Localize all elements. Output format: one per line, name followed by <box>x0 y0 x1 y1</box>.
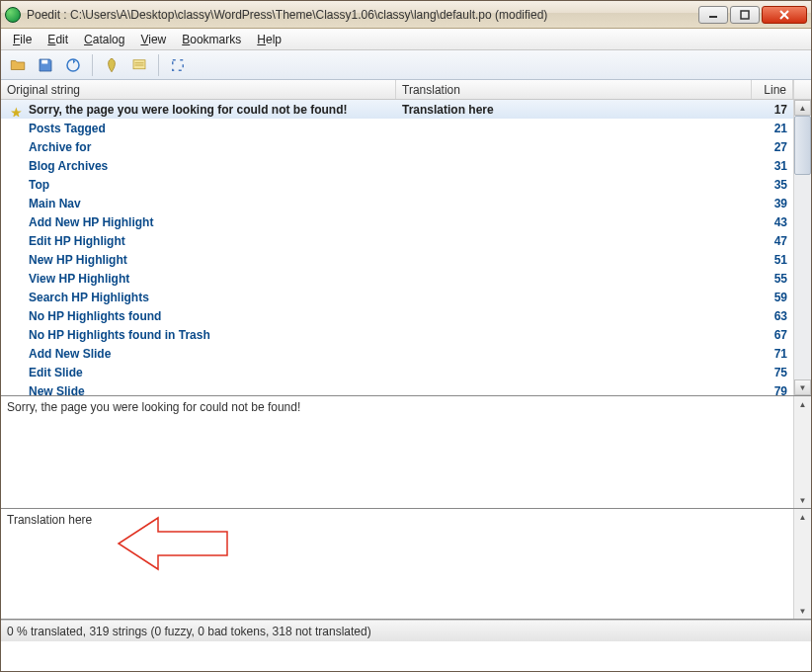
table-row[interactable]: New HP Highlight51 <box>1 250 793 269</box>
cell-line: 47 <box>752 234 793 248</box>
scroll-track[interactable] <box>794 175 811 379</box>
cell-original: Add New HP Highlight <box>1 215 396 229</box>
cell-original: Edit Slide <box>1 366 396 379</box>
translation-pane: ▲ ▼ <box>1 509 811 620</box>
menu-file-label: ile <box>20 33 32 46</box>
toolbar-divider-2 <box>158 54 159 76</box>
menu-edit-label: dit <box>55 33 68 46</box>
list-scrollbar[interactable]: ▲ ▼ <box>793 100 811 395</box>
cell-line: 51 <box>752 253 793 267</box>
poedit-window: Poedit : C:\Users\A\Desktop\classy\WordP… <box>0 0 812 672</box>
table-row[interactable]: ★Sorry, the page you were looking for co… <box>1 100 793 119</box>
table-row[interactable]: Edit HP Highlight47 <box>1 231 793 250</box>
cell-line: 21 <box>752 122 793 135</box>
comment-button[interactable] <box>126 53 152 77</box>
cell-original: Edit HP Highlight <box>1 234 396 248</box>
window-controls <box>696 6 807 24</box>
update-button[interactable] <box>60 53 86 77</box>
cell-line: 17 <box>752 103 793 117</box>
svg-rect-6 <box>133 59 145 68</box>
menu-help[interactable]: Help <box>249 31 289 48</box>
fullscreen-icon <box>169 56 187 74</box>
cell-original: View HP Highlight <box>1 272 396 286</box>
maximize-button[interactable] <box>730 6 760 24</box>
validate-icon <box>103 56 121 74</box>
source-scrollbar[interactable]: ▲ ▼ <box>793 396 811 508</box>
table-row[interactable]: Posts Tagged21 <box>1 119 793 137</box>
table-row[interactable]: Blog Archives31 <box>1 156 793 175</box>
table-row[interactable]: No HP Highlights found in Trash67 <box>1 325 793 344</box>
window-title: Poedit : C:\Users\A\Desktop\classy\WordP… <box>27 8 696 22</box>
menu-catalog-label: atalog <box>93 33 125 46</box>
svg-rect-4 <box>41 59 47 63</box>
table-row[interactable]: Top35 <box>1 175 793 194</box>
svg-rect-9 <box>173 59 184 70</box>
app-icon <box>5 7 21 23</box>
scroll-thumb[interactable] <box>794 116 811 175</box>
menu-help-label: elp <box>266 33 282 46</box>
minimize-button[interactable] <box>698 6 728 24</box>
cell-original: Top <box>1 178 396 192</box>
star-icon: ★ <box>11 106 23 117</box>
menu-catalog[interactable]: Catalog <box>76 31 132 48</box>
string-list-container: ★Sorry, the page you were looking for co… <box>1 100 811 396</box>
status-text: 0 % translated, 319 strings (0 fuzzy, 0 … <box>7 625 371 638</box>
cell-original: New HP Highlight <box>1 253 396 267</box>
cell-original: Blog Archives <box>1 159 396 173</box>
menu-view[interactable]: View <box>132 31 174 48</box>
save-button[interactable] <box>33 53 58 77</box>
cell-line: 75 <box>752 366 793 379</box>
validate-button[interactable] <box>99 53 124 77</box>
table-row[interactable]: Edit Slide75 <box>1 363 793 381</box>
cell-line: 31 <box>752 159 793 173</box>
header-line[interactable]: Line <box>752 80 793 99</box>
cell-original: Archive for <box>1 140 396 154</box>
translation-scroll-down[interactable]: ▼ <box>794 603 811 619</box>
cell-line: 63 <box>752 309 793 323</box>
statusbar: 0 % translated, 319 strings (0 fuzzy, 0 … <box>1 620 811 641</box>
cell-original: ★Sorry, the page you were looking for co… <box>1 103 396 117</box>
header-original[interactable]: Original string <box>1 80 396 99</box>
translation-scroll-up[interactable]: ▲ <box>794 509 811 525</box>
menu-edit[interactable]: Edit <box>40 31 76 48</box>
open-folder-icon <box>9 56 27 74</box>
source-scroll-up[interactable]: ▲ <box>794 396 811 412</box>
list-header: Original string Translation Line <box>1 80 811 100</box>
header-translation[interactable]: Translation <box>396 80 752 99</box>
maximize-icon <box>740 10 750 20</box>
scroll-up-arrow[interactable]: ▲ <box>794 100 811 116</box>
menu-bookmarks[interactable]: Bookmarks <box>174 31 249 48</box>
close-button[interactable] <box>762 6 807 24</box>
menu-file[interactable]: File <box>5 31 40 48</box>
cell-original: Add New Slide <box>1 347 396 361</box>
cell-line: 39 <box>752 197 793 210</box>
table-row[interactable]: Search HP Highlights59 <box>1 288 793 306</box>
string-list[interactable]: ★Sorry, the page you were looking for co… <box>1 100 793 395</box>
source-scroll-down[interactable]: ▼ <box>794 492 811 508</box>
table-row[interactable]: Archive for27 <box>1 137 793 156</box>
fullscreen-button[interactable] <box>165 53 191 77</box>
cell-original: Main Nav <box>1 197 396 210</box>
cell-original: Search HP Highlights <box>1 291 396 304</box>
table-row[interactable]: Add New Slide71 <box>1 344 793 363</box>
translation-input[interactable] <box>1 509 793 619</box>
toolbar <box>1 50 811 80</box>
save-icon <box>37 56 54 74</box>
source-pane: Sorry, the page you were looking for cou… <box>1 396 811 509</box>
cell-line: 79 <box>752 384 793 396</box>
translation-scrollbar[interactable]: ▲ ▼ <box>793 509 811 619</box>
svg-rect-1 <box>741 11 749 19</box>
table-row[interactable]: Add New HP Highlight43 <box>1 212 793 231</box>
source-text: Sorry, the page you were looking for cou… <box>1 396 793 508</box>
comment-icon <box>130 56 148 74</box>
table-row[interactable]: New Slide79 <box>1 381 793 395</box>
cell-original: Posts Tagged <box>1 122 396 135</box>
cell-original: No HP Highlights found in Trash <box>1 328 396 342</box>
cell-line: 71 <box>752 347 793 361</box>
table-row[interactable]: Main Nav39 <box>1 194 793 212</box>
table-row[interactable]: View HP Highlight55 <box>1 269 793 288</box>
table-row[interactable]: No HP Highlights found63 <box>1 306 793 325</box>
open-button[interactable] <box>5 53 31 77</box>
titlebar: Poedit : C:\Users\A\Desktop\classy\WordP… <box>1 1 811 29</box>
scroll-down-arrow[interactable]: ▼ <box>794 379 811 395</box>
